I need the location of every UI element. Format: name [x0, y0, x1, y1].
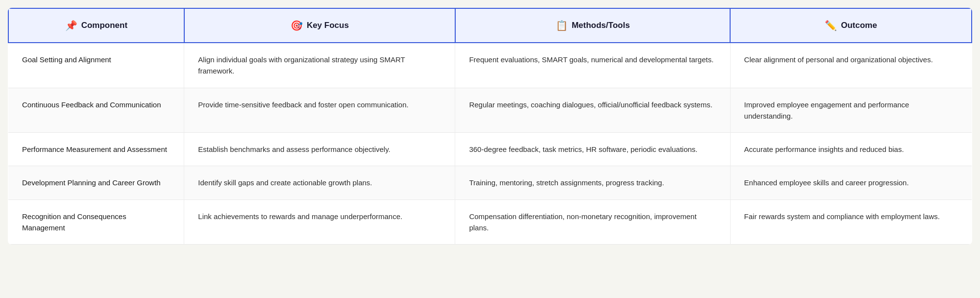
pencil-icon: ✏️: [825, 20, 837, 31]
header-key-focus-label: Key Focus: [307, 21, 349, 30]
cell-outcome-3: Enhanced employee skills and career prog…: [730, 166, 972, 199]
cell-component-3: Development Planning and Career Growth: [8, 166, 184, 199]
cell-outcome-1: Improved employee engagement and perform…: [730, 88, 972, 133]
table-header-row: 📌 Component 🎯 Key Focus 📋 Methods/Tools: [8, 8, 972, 43]
clipboard-icon: 📋: [556, 20, 568, 31]
cell-methods_tools-0: Frequent evaluations, SMART goals, numer…: [455, 43, 730, 88]
table-row: Goal Setting and AlignmentAlign individu…: [8, 43, 972, 88]
cell-methods_tools-3: Training, mentoring, stretch assignments…: [455, 166, 730, 199]
header-outcome-label: Outcome: [841, 21, 877, 30]
cell-key_focus-0: Align individual goals with organization…: [184, 43, 455, 88]
table-row: Performance Measurement and AssessmentEs…: [8, 133, 972, 166]
header-key-focus: 🎯 Key Focus: [184, 8, 455, 43]
cell-outcome-4: Fair rewards system and compliance with …: [730, 199, 972, 245]
header-component: 📌 Component: [8, 8, 184, 43]
cell-outcome-2: Accurate performance insights and reduce…: [730, 133, 972, 166]
cell-key_focus-3: Identify skill gaps and create actionabl…: [184, 166, 455, 199]
cell-methods_tools-1: Regular meetings, coaching dialogues, of…: [455, 88, 730, 133]
table-row: Development Planning and Career GrowthId…: [8, 166, 972, 199]
cell-component-0: Goal Setting and Alignment: [8, 43, 184, 88]
cell-key_focus-1: Provide time-sensitive feedback and fost…: [184, 88, 455, 133]
cell-key_focus-2: Establish benchmarks and assess performa…: [184, 133, 455, 166]
target-icon: 🎯: [291, 20, 303, 31]
header-component-label: Component: [81, 21, 127, 30]
main-table-wrapper: 📌 Component 🎯 Key Focus 📋 Methods/Tools: [8, 8, 972, 245]
cell-outcome-0: Clear alignment of personal and organiza…: [730, 43, 972, 88]
cell-methods_tools-4: Compensation differentiation, non-moneta…: [455, 199, 730, 245]
table-row: Continuous Feedback and CommunicationPro…: [8, 88, 972, 133]
pin-icon: 📌: [65, 20, 77, 31]
cell-component-4: Recognition and Consequences Management: [8, 199, 184, 245]
cell-component-1: Continuous Feedback and Communication: [8, 88, 184, 133]
cell-key_focus-4: Link achievements to rewards and manage …: [184, 199, 455, 245]
header-methods-tools: 📋 Methods/Tools: [455, 8, 730, 43]
cell-component-2: Performance Measurement and Assessment: [8, 133, 184, 166]
cell-methods_tools-2: 360-degree feedback, task metrics, HR so…: [455, 133, 730, 166]
table-row: Recognition and Consequences ManagementL…: [8, 199, 972, 245]
header-methods-tools-label: Methods/Tools: [572, 21, 630, 30]
header-outcome: ✏️ Outcome: [730, 8, 972, 43]
performance-table: 📌 Component 🎯 Key Focus 📋 Methods/Tools: [8, 8, 972, 245]
